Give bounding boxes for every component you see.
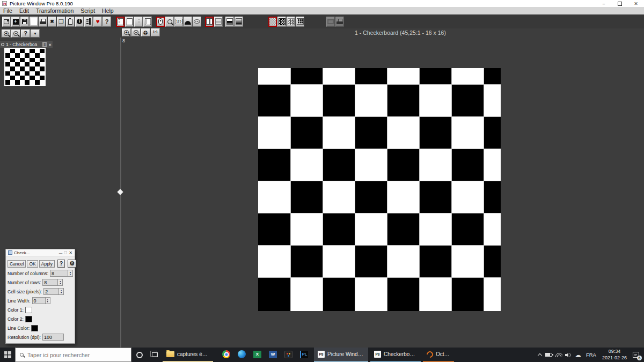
thumb-zoom-out-button[interactable]: − [11,29,20,38]
dialog-close-icon[interactable] [69,250,72,255]
chrome-app[interactable] [218,348,234,362]
actual-size-button[interactable]: 1:1 [151,28,160,36]
ok-button[interactable]: OK [27,260,38,268]
layout-single-button[interactable] [125,17,134,27]
apply-button[interactable]: Apply [39,260,55,268]
menu-script[interactable]: Script [80,8,95,14]
resolution-input[interactable]: 100 [42,334,64,341]
pattern-gray-button[interactable] [268,17,277,27]
dialog-minimize-icon[interactable] [59,250,63,255]
split-horizontal-button[interactable] [214,17,223,27]
word-app[interactable]: W [265,348,281,362]
print-secondary-button[interactable] [335,17,344,27]
fit-button[interactable] [141,28,150,36]
start-button[interactable] [0,348,15,362]
notification-center-button[interactable]: 6 [630,348,642,362]
tab-close-icon[interactable] [48,42,52,47]
menu-transformation[interactable]: Transformation [36,8,74,14]
display-button[interactable] [326,17,335,27]
layout-film-button[interactable] [143,17,152,27]
spinner-icon[interactable] [57,279,62,285]
thumb-zoom-in-button[interactable]: + [2,29,11,38]
gradient-a-button[interactable] [225,17,234,27]
dialog-settings-button[interactable] [68,260,76,268]
menu-edit[interactable]: Edit [19,8,29,14]
image-thumbnail[interactable] [4,48,46,86]
line-width-input[interactable]: 0 [32,297,50,304]
edge-app[interactable] [234,348,250,362]
gradient-b-button[interactable] [235,17,243,27]
taskbar-search[interactable] [15,348,131,362]
pattern-dark-button[interactable] [277,17,286,27]
task-view-button[interactable] [147,348,163,362]
new-image-button[interactable]: + [11,17,20,27]
cancel-button[interactable]: Cancel [8,260,26,268]
pattern-light-button[interactable] [287,17,295,27]
task-picture-window[interactable]: P8Picture Window Pr... [314,348,368,362]
close-image-button[interactable]: ✖ [48,17,56,27]
volume-indicator[interactable] [564,348,573,362]
dialog-title-bar[interactable]: Check... [6,249,75,256]
layout-dots-button[interactable] [134,17,143,27]
checkerboard-image[interactable] [258,68,501,311]
field-label: Resolution (dpi): [8,335,41,340]
help-button[interactable]: ? [103,17,111,27]
excel-app[interactable]: X [250,348,265,362]
clock[interactable]: 09:34 2021-02-26 [599,348,630,362]
task-octave[interactable]: Octave [423,348,454,362]
cell-size-input[interactable]: 2 [43,288,64,295]
photoline-app[interactable]: PL [296,348,312,362]
layout-browser-button[interactable] [116,17,125,27]
number-of-columns-input[interactable]: 8 [50,270,73,277]
print-button[interactable] [39,17,47,27]
spinner-icon[interactable] [45,298,50,304]
checker-cell [290,277,323,311]
copy-button[interactable]: ❐ [57,17,65,27]
line-color-swatch[interactable] [31,325,38,331]
menu-file[interactable]: File [3,8,12,14]
probe-button[interactable] [84,17,93,27]
menu-help[interactable]: Help [102,8,114,14]
paste-button[interactable] [66,17,75,27]
thumb-dropdown-button[interactable]: ▼ [31,29,40,38]
info-button[interactable]: i [75,17,84,27]
fit-icon [143,30,149,35]
spinner-icon[interactable] [58,289,63,294]
zoom-out-button[interactable]: − [131,28,141,36]
dialog-help-button[interactable]: ? [57,260,65,268]
restore-button[interactable] [612,0,628,7]
task-checkerboard[interactable]: P8Checkerboard [370,348,421,362]
mouse-tool-button[interactable] [156,17,165,27]
tray-chevron-button[interactable] [536,348,544,362]
thumb-help-button[interactable]: ? [21,29,30,38]
battery-indicator[interactable] [544,348,554,362]
grid-button[interactable] [296,17,304,27]
readout-button[interactable]: 123 [174,17,183,27]
save-button[interactable] [20,17,29,27]
palette-button[interactable] [193,17,201,27]
color2-swatch[interactable] [25,316,32,322]
favorites-button[interactable]: ♥ [93,17,102,27]
number-of-rows-input[interactable]: 8 [42,279,63,286]
photos-app[interactable] [281,348,296,362]
network-indicator[interactable] [554,348,564,362]
color1-swatch[interactable] [25,307,32,313]
language-indicator[interactable]: FRA [583,348,599,362]
split-vertical-button[interactable] [205,17,214,27]
magnifier-tool-button[interactable] [165,17,174,27]
cortana-button[interactable] [131,348,147,362]
search-input[interactable] [27,352,127,358]
checker-cell [419,68,451,84]
explorer-task[interactable]: captures écran [163,348,213,362]
new-window-button[interactable] [2,17,11,27]
thumbnail-tab-badge: s [42,42,47,47]
close-button[interactable] [628,0,644,7]
split-vertical-icon [206,18,213,25]
zoom-in-button[interactable]: + [122,28,131,36]
thumbnail-tab[interactable]: 1 - Checkerboa s [0,41,53,48]
spinner-icon[interactable] [68,270,72,276]
histogram-button[interactable] [184,17,192,27]
onedrive-indicator[interactable]: ☁ [573,348,583,362]
minimize-button[interactable] [596,0,612,7]
blank-button[interactable] [30,17,38,27]
